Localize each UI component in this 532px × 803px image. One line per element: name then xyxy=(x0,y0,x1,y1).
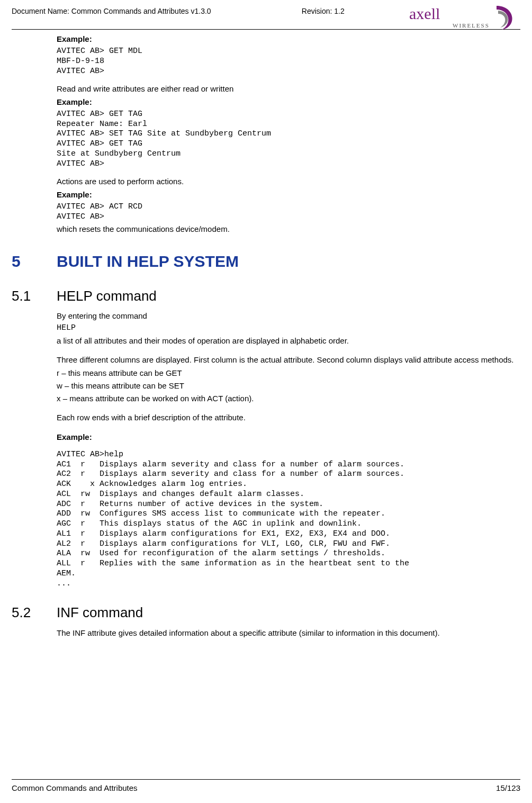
sec52-p1: The INF attribute gives detailed informa… xyxy=(57,628,520,638)
section-5-2-heading: 5.2 INF command xyxy=(12,603,520,622)
document-footer: Common Commands and Attributes 15/123 xyxy=(12,779,520,793)
section-5-1-title: HELP command xyxy=(57,287,157,305)
footer-title: Common Commands and Attributes xyxy=(12,783,138,793)
sec51-intro: By entering the command xyxy=(57,311,520,321)
sec51-r-desc: r – this means attribute can be GET xyxy=(57,368,520,378)
sec51-w-desc: w – this means attribute can be SET xyxy=(57,381,520,391)
actions-text: Actions are used to perform actions. xyxy=(57,176,520,187)
content-body: Example: AVITEC AB> GET MDL MBF-D-9-18 A… xyxy=(57,34,520,235)
section-5-title: BUILT IN HELP SYSTEM xyxy=(57,251,239,273)
logo-swirl-icon xyxy=(497,6,512,30)
sec51-help-cmd: HELP xyxy=(57,323,520,333)
section-5-2-title: INF command xyxy=(57,603,143,622)
sec51-p2: a list of all attributes and their modes… xyxy=(57,336,520,346)
section-5-number: 5 xyxy=(12,251,57,273)
logo-text: axell xyxy=(409,5,440,22)
sec51-example-label: Example: xyxy=(57,432,520,443)
brand-logo: axell WIRELESS xyxy=(409,3,520,35)
page-number: 15/123 xyxy=(496,783,520,793)
example2-code: AVITEC AB> GET TAG Repeater Name: Earl A… xyxy=(57,110,520,169)
sec51-columns-desc: Three different columns are displayed. F… xyxy=(57,355,520,365)
document-header: Document Name: Common Commands and Attri… xyxy=(12,5,520,16)
section-5-1-heading: 5.1 HELP command xyxy=(12,287,520,305)
example3-label: Example: xyxy=(57,190,520,200)
footer-divider xyxy=(12,779,520,780)
sec51-example-code: AVITEC AB>help AC1 r Displays alarm seve… xyxy=(57,450,520,589)
actions-after-text: which resets the communications device/m… xyxy=(57,224,520,234)
example3-code: AVITEC AB> ACT RCD AVITEC AB> xyxy=(57,202,520,222)
sec51-x-desc: x – means attribute can be worked on wit… xyxy=(57,393,520,404)
example2-label: Example: xyxy=(57,97,520,107)
logo-subtext: WIRELESS xyxy=(453,22,490,29)
revision-label: Revision: 1.2 xyxy=(302,5,345,16)
sec51-row-desc: Each row ends with a brief description o… xyxy=(57,412,520,423)
section-5-1-number: 5.1 xyxy=(12,287,57,305)
rw-attributes-text: Read and write attributes are either rea… xyxy=(57,84,520,94)
section-5-heading: 5 BUILT IN HELP SYSTEM xyxy=(12,251,520,273)
section-5-2-number: 5.2 xyxy=(12,603,57,622)
doc-name-label: Document Name: Common Commands and Attri… xyxy=(12,5,211,16)
example1-code: AVITEC AB> GET MDL MBF-D-9-18 AVITEC AB> xyxy=(57,47,520,76)
